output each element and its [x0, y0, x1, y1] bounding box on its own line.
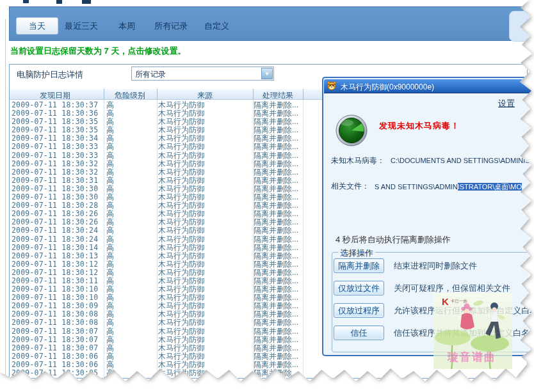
table-cell: 隔离并删除...	[254, 126, 298, 134]
table-cell: 高	[106, 118, 114, 126]
action-button-2[interactable]: 仅放过文件	[334, 281, 384, 295]
svg-text:卡巴一族: 卡巴一族	[450, 299, 468, 303]
table-cell: 木马行为防御	[158, 302, 204, 310]
action-button-4[interactable]: 信任	[334, 325, 384, 340]
alert-text: 发现未知木马病毒！	[379, 120, 460, 132]
tab-last-3-days[interactable]: 最近三天	[65, 20, 98, 32]
table-cell: 2009-07-11 18:30:32	[12, 168, 98, 176]
table-cell: 隔离并删除...	[254, 201, 298, 210]
dialog-title: 木马行为防御(0x9000000e)	[341, 82, 434, 93]
col-header-source[interactable]: 来源	[197, 90, 213, 101]
path-text: S AND SETTINGS\ADMIN	[375, 183, 458, 191]
table-cell: 2009-07-11 18:30:32	[12, 160, 98, 168]
table-cell: 高	[106, 285, 114, 294]
table-cell: 隔离并删除...	[254, 277, 298, 285]
table-cell: 2009-07-11 18:30:26	[12, 210, 98, 218]
tab-this-week[interactable]: 本周	[118, 20, 135, 32]
torn-remnant	[82, 0, 91, 4]
table-cell: 高	[106, 193, 114, 201]
table-cell: 木马行为防御	[158, 285, 204, 294]
table-cell: 隔离并删除...	[254, 352, 298, 361]
table-cell: 2009-07-11 18:30:35	[12, 126, 98, 134]
table-cell: 木马行为防御	[158, 226, 204, 235]
table-cell: 木马行为防御	[158, 143, 204, 151]
related-file-label: 相关文件：	[331, 181, 369, 192]
table-cell: 隔离并删除...	[254, 134, 298, 143]
col-header-date[interactable]: 发现日期	[40, 90, 70, 101]
table-cell: 2009-07-11 18:30:24	[12, 226, 98, 235]
table-cell: 隔离并删除...	[254, 344, 298, 352]
table-cell: 隔离并删除...	[254, 160, 298, 168]
table-cell: 高	[106, 218, 114, 226]
col-header-result[interactable]: 处理结果	[263, 90, 293, 101]
table-cell: 2009-07-11 18:30:11	[12, 277, 98, 285]
table-cell: 2009-07-11 18:30:07	[12, 336, 98, 344]
table-cell: 2009-07-11 18:30:14	[12, 244, 98, 252]
table-cell: 2009-07-11 18:30:10	[12, 285, 98, 294]
table-cell: 2009-07-11 18:30:13	[12, 252, 98, 260]
table-cell: 高	[106, 235, 114, 244]
table-cell: 2009-07-11 18:30:35	[12, 118, 98, 126]
svg-text:K: K	[442, 296, 449, 307]
table-cell: 隔离并删除...	[254, 318, 298, 327]
action-button-1[interactable]: 隔离并删除	[334, 258, 384, 273]
table-cell: 高	[106, 310, 114, 318]
table-cell: 隔离并删除...	[254, 310, 298, 318]
table-cell: 2009-07-11 18:30:05	[12, 369, 98, 377]
col-header-level[interactable]: 危险级别	[115, 90, 145, 101]
torn-page: 当天 最近三天 本周 所有记录 自定义 当前设置日志保留天数为 7 天，点击修改…	[0, 0, 534, 392]
action-button-3[interactable]: 仅放过程序	[334, 303, 384, 318]
table-row[interactable]: 2009-07-11 18:30:05高木马行为防御隔离并删除...	[10, 369, 527, 377]
table-cell: 高	[106, 318, 114, 327]
table-cell: 高	[106, 226, 114, 235]
table-cell: 木马行为防御	[158, 201, 204, 210]
chevron-down-icon[interactable]: ▼	[261, 68, 273, 79]
table-cell: 隔离并删除...	[254, 361, 298, 369]
tab-today[interactable]: 当天	[16, 17, 58, 35]
table-cell: 木马行为防御	[158, 160, 204, 168]
table-cell: 隔离并删除...	[254, 210, 298, 218]
table-cell: 隔离并删除...	[254, 269, 298, 277]
table-cell: 木马行为防御	[158, 310, 204, 318]
column-separator	[157, 89, 158, 100]
tab-scroll-button[interactable]	[509, 11, 533, 42]
table-cell: 隔离并删除...	[254, 294, 298, 302]
table-cell: 隔离并删除...	[254, 143, 298, 151]
table-cell: 2009-07-11 18:30:09	[12, 302, 98, 310]
table-cell: 2009-07-11 18:30:12	[12, 269, 98, 277]
table-cell: 高	[106, 109, 114, 118]
tab-custom[interactable]: 自定义	[204, 20, 229, 32]
countdown-text: 4 秒后将自动执行隔离删除操作	[336, 234, 451, 246]
table-cell: 木马行为防御	[158, 168, 204, 176]
record-type-dropdown[interactable]: 所有记录 ▼	[131, 67, 274, 81]
table-cell: 木马行为防御	[158, 109, 204, 118]
table-cell: 高	[106, 160, 114, 168]
table-cell: 木马行为防御	[158, 152, 204, 160]
modify-settings-link[interactable]: 点击修改设置。	[127, 46, 186, 56]
table-cell: 木马行为防御	[158, 269, 204, 277]
table-cell: 木马行为防御	[158, 294, 204, 302]
table-cell: 木马行为防御	[158, 252, 204, 260]
table-cell: 木马行为防御	[158, 176, 204, 185]
virus-label: 未知木马病毒：	[331, 155, 385, 166]
virus-path: C:\DOCUMENTS AND SETTINGS\ADMINIS	[391, 157, 530, 164]
table-cell: 隔离并删除...	[254, 185, 298, 193]
table-cell: 高	[106, 352, 114, 361]
table-cell: 2009-07-11 18:30:37	[12, 101, 98, 109]
table-cell: 木马行为防御	[158, 134, 204, 143]
tab-all-records[interactable]: 所有记录	[154, 20, 188, 32]
table-cell: 隔离并删除...	[254, 168, 298, 176]
svg-text:璇音谱曲: 璇音谱曲	[447, 350, 496, 363]
table-cell: 木马行为防御	[158, 344, 204, 352]
table-cell: 高	[106, 168, 114, 176]
settings-link[interactable]: 设置	[498, 98, 515, 109]
table-cell: 隔离并删除...	[254, 101, 298, 109]
table-cell: 高	[106, 126, 114, 134]
tiger-shield-icon	[327, 81, 337, 91]
screenshot-stage: 当天 最近三天 本周 所有记录 自定义 当前设置日志保留天数为 7 天，点击修改…	[0, 0, 534, 392]
table-cell: 高	[106, 344, 114, 352]
table-cell: 高	[106, 185, 114, 193]
table-cell: 木马行为防御	[158, 361, 204, 369]
table-cell: 2009-07-11 18:30:06	[12, 352, 98, 361]
table-cell: 木马行为防御	[158, 235, 204, 244]
